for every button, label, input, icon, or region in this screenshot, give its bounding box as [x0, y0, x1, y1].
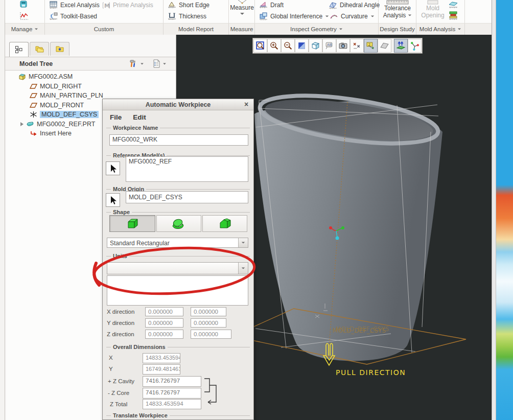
toolkit-based-button[interactable]: Toolkit-Based	[49, 12, 97, 21]
menu-file[interactable]: File	[110, 113, 122, 121]
shape-rectangular-button[interactable]	[109, 215, 155, 232]
shape-type-dropdown-button[interactable]	[238, 238, 248, 247]
prime-analysis-button[interactable]: M Prime Analysis	[102, 1, 153, 10]
units-dropdown[interactable]	[107, 262, 248, 274]
svg-text:M: M	[104, 2, 110, 9]
mold-origin-field[interactable]: MOLD_DEF_CSYS	[126, 191, 248, 203]
ribbon-tab-measure[interactable]: Measure	[229, 24, 255, 35]
z-direction-field-2[interactable]: 0.000000	[191, 330, 231, 339]
global-interference-icon	[259, 12, 268, 20]
folder-stack-icon	[35, 45, 44, 53]
tree-item-ref-part[interactable]: MFG0002_REF.PRT	[20, 120, 95, 129]
tree-item-insert-here[interactable]: Insert Here	[30, 129, 72, 138]
x-direction-field-1[interactable]: 0.000000	[145, 307, 183, 316]
x-direction-field-2[interactable]: 0.000000	[191, 307, 226, 316]
reference-models-list[interactable]: MFG0002_REF	[126, 156, 248, 182]
global-interference-label: Global Interference	[270, 13, 322, 20]
tree-item-mold-def-csys[interactable]: MOLD_DEF_CSYS	[30, 110, 99, 119]
plane-display-button[interactable]	[378, 39, 391, 53]
thickness-button[interactable]: Thickness	[168, 12, 206, 21]
tree-settings-arrow	[141, 63, 144, 64]
insert-here-arrow-icon	[30, 130, 37, 137]
thickness-label: Thickness	[179, 13, 206, 20]
ribbon-tab-mold-analysis[interactable]: Mold Analysis	[416, 24, 465, 35]
model-tree-tab-icon	[15, 45, 23, 54]
display-style-button[interactable]	[309, 39, 322, 53]
dialog-titlebar[interactable]: Automatic Workpiece ×	[103, 99, 253, 110]
tree-item-label: MOLD_FRONT	[40, 102, 84, 109]
y-direction-field-1[interactable]: 0.000000	[145, 318, 183, 328]
tree-settings-button[interactable]	[129, 59, 144, 68]
saved-views-button[interactable]	[336, 39, 350, 53]
tree-filters-button[interactable]	[153, 59, 167, 68]
svg-text:AB: AB	[327, 43, 332, 47]
dim-z-core-field[interactable]: 7416.726797	[143, 388, 201, 399]
overall-dimensions-legend: Overall Dimensions	[106, 344, 250, 350]
spin-center-icon-toolbar	[396, 41, 406, 51]
tab-folder-browser[interactable]	[30, 42, 49, 56]
dim-x-field[interactable]: 14833.453594	[143, 353, 180, 363]
mold-open-stack-button[interactable]	[448, 11, 458, 22]
prime-analysis-label: Prime Analysis	[113, 2, 153, 9]
tab-model-tree[interactable]	[9, 42, 29, 57]
shape-type-dropdown[interactable]: Standard Rectangular	[107, 238, 248, 248]
tree-item-assembly[interactable]: MFG0002.ASM	[18, 72, 73, 81]
units-dropdown-button[interactable]	[238, 263, 248, 274]
ribbon-tab-manage[interactable]: Manage	[5, 24, 45, 35]
spin-center-button[interactable]	[394, 39, 408, 53]
ribbon-tab-custom[interactable]: Custom	[45, 24, 164, 35]
mold-origin-select-button[interactable]	[106, 193, 120, 207]
close-icon[interactable]: ×	[242, 100, 250, 108]
draft-button[interactable]: Draft	[259, 1, 284, 10]
units-list-box[interactable]	[107, 275, 248, 306]
shape-cylindrical-button[interactable]	[156, 215, 201, 232]
tree-item-mold-right[interactable]: MOLD_RIGHT	[30, 82, 82, 91]
curvature-button[interactable]: Curvature	[330, 12, 375, 21]
short-edge-button[interactable]: Short Edge	[168, 1, 209, 10]
analysis-graph-button[interactable]	[19, 11, 29, 20]
ribbon-tab-inspect-geometry[interactable]: Inspect Geometry	[255, 24, 379, 35]
annotation-display-button[interactable]: AB	[322, 39, 336, 53]
menu-edit[interactable]: Edit	[133, 113, 146, 121]
tree-filters-arrow	[163, 63, 166, 64]
dim-z-cavity-label: + Z Cavity	[108, 378, 134, 384]
datum-display-button[interactable]	[350, 39, 364, 53]
ribbon-tab-design-study[interactable]: Design Study	[379, 24, 416, 35]
refit-button[interactable]	[295, 39, 309, 53]
measure-button[interactable]: Measure	[230, 0, 253, 15]
tolerance-analysis-button[interactable]: Tolerance Analysis	[381, 0, 414, 19]
dim-z-total-field[interactable]: 14833.453594	[143, 399, 201, 409]
zoom-in-button[interactable]	[267, 39, 281, 53]
csys-display-button[interactable]	[408, 39, 422, 53]
dim-y-field[interactable]: 16749.481461	[143, 364, 180, 375]
tree-item-mold-front[interactable]: MOLD_FRONT	[30, 101, 84, 110]
zoom-out-button[interactable]	[281, 39, 295, 53]
excel-analysis-button[interactable]: Excel Analysis	[49, 1, 100, 10]
ribbon-tab-model-report[interactable]: Model Report	[164, 24, 229, 35]
zoom-region-icon	[255, 41, 265, 51]
window-left-border	[0, 0, 5, 420]
zoom-region-button[interactable]	[253, 39, 267, 53]
mold-plate-button[interactable]	[448, 1, 458, 11]
mold-opening-button[interactable]: Mold Opening	[419, 0, 446, 19]
y-direction-field-2[interactable]: 0.000000	[191, 318, 226, 328]
refit-icon	[297, 41, 307, 51]
expand-arrow-icon[interactable]	[20, 122, 24, 126]
shape-custom-button[interactable]	[202, 215, 247, 232]
dim-z-cavity-field[interactable]: 7416.726797	[143, 376, 201, 387]
tag-display-button[interactable]: Z	[364, 39, 378, 53]
workpiece-name-input[interactable]: MFG0002_WRK	[109, 134, 248, 146]
tab-favorites[interactable]	[50, 42, 69, 56]
tree-item-label: Insert Here	[40, 130, 72, 137]
automatic-workpiece-dialog: Automatic Workpiece × File Edit Workpiec…	[102, 99, 254, 420]
y-direction-label: Y direction	[107, 320, 134, 326]
mold-plate-icon	[448, 1, 458, 9]
global-interference-button[interactable]: Global Interference	[259, 12, 329, 21]
z-direction-field-1[interactable]: 0.000000	[145, 330, 183, 339]
cup-model[interactable]	[254, 87, 442, 361]
tree-item-main-parting-pln[interactable]: MAIN_PARTING_PLN	[30, 91, 103, 100]
dihedral-angle-button[interactable]: Dihedral Angle	[329, 1, 380, 10]
saved-analysis-button[interactable]	[19, 0, 28, 9]
reference-select-button[interactable]	[106, 161, 120, 175]
dimension-bracket-graphic	[203, 375, 223, 412]
